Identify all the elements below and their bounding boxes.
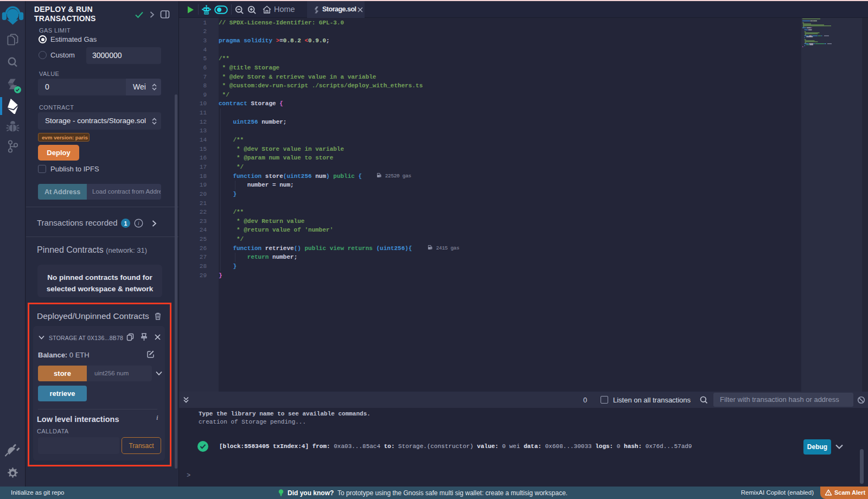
svg-text:i: i [138,220,139,226]
